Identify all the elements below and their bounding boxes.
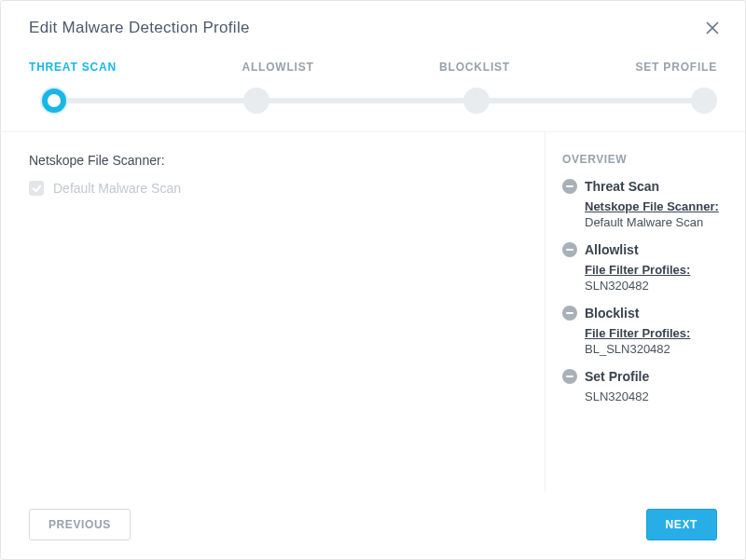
overview-subvalue: SLN320482: [585, 279, 649, 293]
overview-sub: SLN320482: [585, 389, 726, 403]
step-label-set-profile[interactable]: SET PROFILE: [635, 61, 716, 74]
overview-subvalue: SLN320482: [585, 389, 649, 403]
modal-footer: PREVIOUS NEXT: [1, 492, 745, 559]
next-button[interactable]: NEXT: [646, 509, 717, 540]
step-node-set-profile[interactable]: [691, 88, 717, 114]
step-track: [29, 87, 717, 115]
collapse-icon: [562, 179, 577, 194]
overview-heading-text: Threat Scan: [585, 179, 659, 194]
overview-panel: OVERVIEW Threat Scan Netskope File Scann…: [545, 132, 745, 492]
overview-item-allowlist: Allowlist File Filter Profiles: SLN32048…: [562, 242, 726, 293]
collapse-icon: [562, 306, 577, 321]
overview-heading-threat-scan[interactable]: Threat Scan: [562, 179, 726, 194]
close-icon: [706, 21, 719, 34]
overview-title: OVERVIEW: [562, 153, 726, 166]
step-track-line: [42, 98, 704, 103]
previous-button[interactable]: PREVIOUS: [29, 509, 131, 540]
collapse-icon: [562, 369, 577, 384]
scanner-section-label: Netskope File Scanner:: [29, 153, 518, 168]
body-left: Netskope File Scanner: Default Malware S…: [1, 132, 545, 492]
step-label-allowlist[interactable]: ALLOWLIST: [242, 61, 313, 74]
collapse-icon: [562, 242, 577, 257]
overview-item-blocklist: Blocklist File Filter Profiles: BL_SLN32…: [562, 306, 726, 356]
modal-title: Edit Malware Detection Profile: [29, 19, 250, 37]
default-malware-scan-label: Default Malware Scan: [53, 181, 181, 196]
edit-malware-detection-modal: Edit Malware Detection Profile THREAT SC…: [0, 0, 746, 560]
overview-sublabel: File Filter Profiles:: [585, 326, 726, 340]
close-button[interactable]: [702, 18, 723, 38]
overview-subvalue: Default Malware Scan: [585, 215, 703, 229]
modal-body: Netskope File Scanner: Default Malware S…: [1, 132, 745, 492]
overview-item-threat-scan: Threat Scan Netskope File Scanner: Defau…: [562, 179, 726, 229]
check-icon: [32, 184, 42, 194]
overview-sublabel: File Filter Profiles:: [585, 263, 726, 277]
overview-sub: File Filter Profiles: BL_SLN320482: [585, 326, 726, 356]
overview-heading-text: Set Profile: [585, 369, 649, 384]
overview-sublabel: Netskope File Scanner:: [585, 199, 726, 213]
step-label-blocklist[interactable]: BLOCKLIST: [439, 61, 510, 74]
step-node-threat-scan[interactable]: [42, 89, 66, 113]
overview-item-set-profile: Set Profile SLN320482: [562, 369, 726, 403]
step-label-threat-scan[interactable]: THREAT SCAN: [29, 61, 117, 74]
default-malware-scan-checkbox[interactable]: [29, 181, 44, 196]
modal-header: Edit Malware Detection Profile: [1, 1, 745, 51]
overview-heading-set-profile[interactable]: Set Profile: [562, 369, 726, 384]
overview-subvalue: BL_SLN320482: [585, 342, 670, 356]
overview-heading-allowlist[interactable]: Allowlist: [562, 242, 726, 257]
step-node-allowlist[interactable]: [243, 88, 269, 114]
step-node-blocklist[interactable]: [463, 88, 490, 114]
overview-sub: File Filter Profiles: SLN320482: [585, 263, 726, 293]
overview-heading-text: Blocklist: [585, 306, 639, 321]
default-malware-scan-row: Default Malware Scan: [29, 181, 518, 196]
wizard-stepper: THREAT SCAN ALLOWLIST BLOCKLIST SET PROF…: [1, 51, 745, 131]
overview-heading-text: Allowlist: [585, 242, 639, 257]
step-labels: THREAT SCAN ALLOWLIST BLOCKLIST SET PROF…: [29, 61, 717, 74]
overview-sub: Netskope File Scanner: Default Malware S…: [585, 199, 726, 229]
overview-heading-blocklist[interactable]: Blocklist: [562, 306, 726, 321]
